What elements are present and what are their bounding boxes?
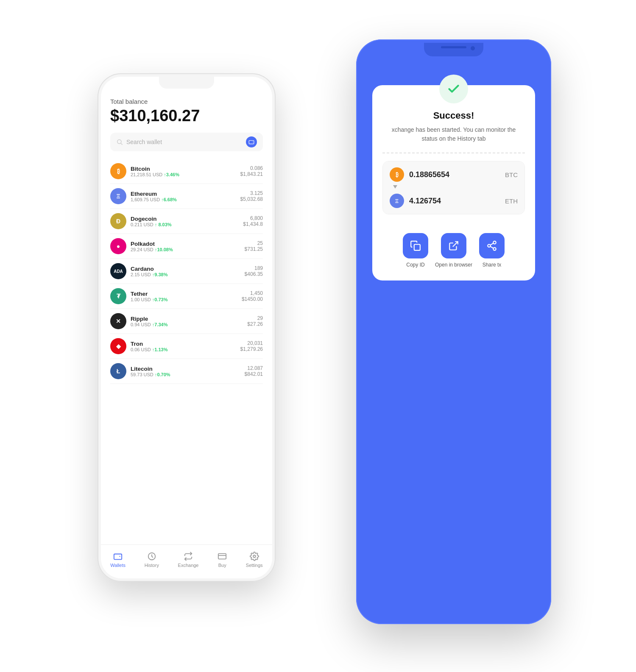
- svg-point-12: [488, 244, 491, 247]
- from-coin-icon: ₿: [390, 167, 404, 182]
- to-coin-icon: Ξ: [390, 194, 404, 208]
- nav-buy-label: Buy: [218, 563, 226, 568]
- from-ticker: BTC: [505, 171, 518, 178]
- dot-icon: ●: [110, 238, 126, 254]
- btc-icon: ₿: [110, 163, 126, 179]
- copy-id-label: Copy ID: [406, 262, 424, 268]
- success-checkmark: [439, 75, 468, 103]
- external-link-icon: [448, 240, 459, 251]
- search-placeholder: Search wallet: [126, 139, 162, 145]
- copy-icon-bg: [403, 233, 428, 258]
- search-icon: [116, 139, 123, 145]
- svg-line-14: [490, 247, 493, 248]
- exchange-pair: ₿ 0.18865654 BTC: [382, 161, 525, 224]
- svg-rect-9: [414, 244, 420, 250]
- open-browser-button[interactable]: Open in browser: [435, 233, 472, 268]
- list-item[interactable]: ADA Cardano 2.15 USD ↑9.38% 189 $406.35: [110, 259, 263, 284]
- share-icon: [486, 240, 497, 251]
- list-item[interactable]: ● Polkadot 29.24 USD ↑10.08% 25 $731.25: [110, 234, 263, 259]
- nav-settings[interactable]: Settings: [246, 552, 263, 568]
- svg-point-11: [493, 241, 496, 244]
- share-tx-label: Share tx: [483, 262, 502, 268]
- from-amount: 0.18865654: [409, 170, 505, 179]
- list-item[interactable]: Ł Litecoin 59.73 USD ↑0.70% 12.087 $842.…: [110, 359, 263, 384]
- speaker: [441, 46, 466, 48]
- list-item[interactable]: Ð Dogecoin 0.211 USD ↑ 8.03% 6,800 $1,43…: [110, 209, 263, 234]
- nav-settings-label: Settings: [246, 563, 263, 568]
- arrow-down-icon: [392, 183, 398, 189]
- to-ticker: ETH: [505, 197, 518, 205]
- nav-exchange-label: Exchange: [178, 563, 199, 568]
- to-amount: 4.126754: [409, 197, 505, 205]
- list-item[interactable]: ₮ Tether 1.00 USD ↑0.73% 1,450 $1450.00: [110, 284, 263, 309]
- to-row: Ξ 4.126754 ETH: [383, 188, 524, 214]
- success-title: Success!: [433, 110, 474, 121]
- wallet-toggle-icon[interactable]: [246, 136, 257, 147]
- doge-icon: Ð: [110, 213, 126, 229]
- nav-history-label: History: [145, 563, 159, 568]
- bottom-nav: Wallets History Exchange: [101, 544, 272, 578]
- list-item[interactable]: ₿ Bitcoin 21,218.51 USD ↑3.46% 0.086 $1,…: [110, 159, 263, 184]
- action-buttons: Copy ID Open in browser: [382, 233, 525, 268]
- from-row: ₿ 0.18865654 BTC: [383, 161, 524, 188]
- svg-rect-2: [249, 141, 254, 144]
- balance-amount: $310,160.27: [110, 107, 263, 125]
- share-icon-bg: [479, 233, 505, 258]
- side-tab: [546, 319, 548, 344]
- ada-icon: ADA: [110, 263, 126, 279]
- nav-wallets-label: Wallets: [110, 563, 126, 568]
- exchange-rows: ₿ 0.18865654 BTC: [382, 161, 525, 214]
- svg-point-0: [117, 140, 121, 144]
- nav-exchange[interactable]: Exchange: [178, 552, 199, 568]
- phone-left: Total balance $310,160.27 Search wallet: [98, 73, 276, 582]
- ltc-icon: Ł: [110, 363, 126, 379]
- success-card: Success! xchange has been started. You c…: [372, 85, 535, 280]
- total-balance-label: Total balance: [110, 98, 263, 105]
- external-icon-bg: [441, 233, 466, 258]
- coin-info: Bitcoin 21,218.51 USD ↑3.46%: [131, 166, 240, 177]
- phone-right: Success! xchange has been started. You c…: [356, 39, 551, 624]
- svg-point-7: [253, 555, 256, 558]
- trx-icon: ◆: [110, 338, 126, 354]
- svg-line-1: [121, 143, 123, 145]
- svg-marker-8: [393, 185, 397, 189]
- svg-rect-5: [218, 553, 226, 559]
- nav-buy[interactable]: Buy: [218, 552, 227, 568]
- share-tx-button[interactable]: Share tx: [479, 233, 505, 268]
- nav-history[interactable]: History: [145, 552, 159, 568]
- divider: [382, 153, 525, 153]
- usdt-icon: ₮: [110, 288, 126, 304]
- nav-wallets[interactable]: Wallets: [110, 552, 126, 568]
- copy-id-button[interactable]: Copy ID: [403, 233, 428, 268]
- eth-icon: Ξ: [110, 188, 126, 204]
- notch-right: [424, 43, 483, 56]
- success-description: xchange has been started. You can monito…: [382, 125, 525, 143]
- coin-list: ₿ Bitcoin 21,218.51 USD ↑3.46% 0.086 $1,…: [110, 159, 263, 384]
- search-bar[interactable]: Search wallet: [110, 133, 263, 151]
- open-browser-label: Open in browser: [435, 262, 472, 268]
- svg-line-10: [453, 242, 458, 247]
- svg-rect-3: [114, 554, 122, 559]
- copy-icon: [410, 240, 421, 251]
- coin-amounts: 0.086 $1,843.21: [240, 165, 263, 177]
- xrp-icon: ✕: [110, 313, 126, 329]
- list-item[interactable]: ✕ Ripple 0.94 USD ↑7.34% 29 $27.26: [110, 309, 263, 334]
- camera: [471, 46, 475, 50]
- svg-point-13: [493, 247, 496, 250]
- list-item[interactable]: Ξ Ethereum 1,609.75 USD ↑6.68% 3.125 $5,…: [110, 184, 263, 209]
- notch-left: [159, 77, 214, 89]
- svg-line-15: [490, 243, 493, 245]
- list-item[interactable]: ◆ Tron 0.06 USD ↑1.13% 20,031 $1,279.26: [110, 334, 263, 359]
